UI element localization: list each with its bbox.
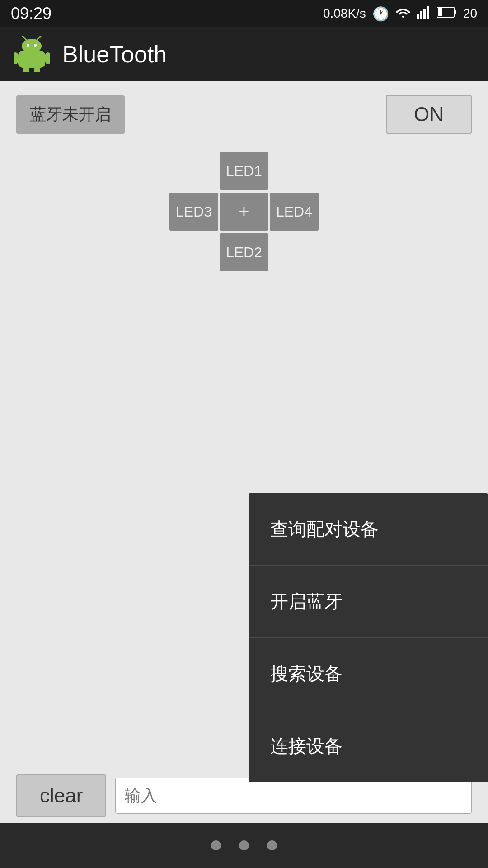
status-right: 0.08K/s 🕐 20 xyxy=(323,6,477,22)
network-speed: 0.08K/s xyxy=(323,6,366,21)
led-center-button[interactable]: + xyxy=(220,193,268,231)
menu-item-search-devices[interactable]: 搜索设备 xyxy=(249,638,488,710)
bluetooth-status: 蓝牙未开启 xyxy=(16,95,125,134)
led3-button[interactable]: LED3 xyxy=(169,193,218,231)
led-container: LED1 LED3 + LED4 LED2 xyxy=(16,152,472,301)
dropdown-menu: 查询配对设备 开启蓝牙 搜索设备 连接设备 xyxy=(249,493,488,782)
clock-icon: 🕐 xyxy=(372,6,389,22)
svg-line-12 xyxy=(37,36,41,40)
svg-line-11 xyxy=(23,36,26,40)
battery-level: 20 xyxy=(463,6,477,21)
svg-rect-2 xyxy=(423,9,426,19)
android-logo-icon xyxy=(14,36,50,72)
menu-item-connect-device[interactable]: 连接设备 xyxy=(249,710,488,782)
wifi-icon xyxy=(395,6,411,22)
led1-button[interactable]: LED1 xyxy=(220,152,268,190)
app-bar: BlueTooth xyxy=(0,27,488,81)
clear-button[interactable]: clear xyxy=(16,774,106,817)
nav-dot-3[interactable] xyxy=(267,840,277,850)
svg-point-9 xyxy=(27,44,29,47)
svg-rect-1 xyxy=(420,11,422,19)
svg-point-10 xyxy=(34,44,37,47)
svg-rect-15 xyxy=(23,66,29,72)
menu-item-query-paired[interactable]: 查询配对设备 xyxy=(249,493,488,566)
led2-button[interactable]: LED2 xyxy=(220,233,268,271)
menu-item-enable-bluetooth[interactable]: 开启蓝牙 xyxy=(249,566,488,638)
svg-rect-0 xyxy=(417,14,419,19)
on-button[interactable]: ON xyxy=(386,95,472,134)
svg-point-8 xyxy=(22,39,42,53)
nav-dot-1[interactable] xyxy=(211,840,221,850)
svg-rect-6 xyxy=(454,10,456,14)
status-bar: 09:29 0.08K/s 🕐 20 xyxy=(0,0,488,27)
status-time: 09:29 xyxy=(11,4,52,23)
led4-button[interactable]: LED4 xyxy=(270,193,319,231)
main-content: 蓝牙未开启 ON LED1 LED3 + LED4 LED2 查询配对设备 开启… xyxy=(0,81,488,868)
nav-dot-2[interactable] xyxy=(239,840,249,850)
svg-rect-14 xyxy=(45,52,50,64)
top-row: 蓝牙未开启 ON xyxy=(16,95,472,134)
svg-rect-5 xyxy=(438,8,442,16)
svg-rect-13 xyxy=(14,52,18,64)
battery-icon xyxy=(437,6,457,21)
app-title: BlueTooth xyxy=(62,41,167,68)
nav-bar xyxy=(0,823,488,868)
svg-rect-3 xyxy=(427,6,429,19)
message-input[interactable] xyxy=(115,778,472,814)
svg-rect-16 xyxy=(34,66,40,72)
signal-icon xyxy=(417,6,431,22)
led-cross: LED1 LED3 + LED4 LED2 xyxy=(169,152,319,301)
